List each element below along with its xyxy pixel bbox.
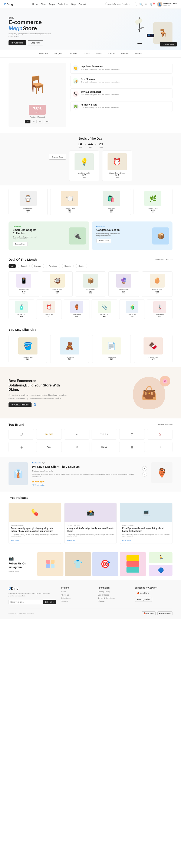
app-store-badge[interactable]: 🍎 App Store — [135, 591, 151, 595]
footer-email-input[interactable] — [8, 600, 43, 604]
cat-watch[interactable]: Watch — [96, 53, 102, 55]
brand-item-7[interactable]: ◈ — [8, 442, 34, 452]
brand-item-1[interactable]: ⬡ — [8, 429, 34, 439]
nav-pages[interactable]: Pages — [49, 3, 55, 5]
user-profile[interactable]: 👤 Mickle cart Back Moderator — [157, 2, 177, 7]
brand-item-april[interactable]: April — [36, 442, 62, 452]
insta-side-1[interactable]: 🏃 — [149, 552, 173, 563]
featured-section: 🪑 75% OFF Featured Product All 40 80 100… — [0, 58, 181, 132]
shipping-icon: 🚚 — [73, 78, 79, 84]
filter-furnitures[interactable]: Furnitures — [46, 264, 60, 268]
search-icon[interactable]: 🔍 — [139, 3, 143, 6]
discount-badge: 75% OFF — [29, 105, 46, 115]
press-readmore-2[interactable]: Read More — [67, 539, 115, 541]
browse-store-bottom-button[interactable]: Browse Store — [160, 42, 177, 46]
footer-copyright: © 2024 Ding. All Rights Reserved. — [8, 612, 34, 614]
testimonial-next-button[interactable]: › — [142, 472, 147, 477]
nav-links: Home Shop Pages Collections Blog Contact — [32, 3, 86, 5]
google-play-badge[interactable]: ▶ Google Play — [135, 597, 152, 602]
tab-40[interactable]: 40 — [32, 120, 37, 123]
nav-contact[interactable]: Contact — [79, 3, 86, 5]
banner-gadgets-button[interactable]: Browse Store — [97, 239, 111, 243]
guarantee-item-support: 📞 24/7 Support Expert Cras mattressing o… — [70, 89, 173, 99]
nav-home[interactable]: Home — [32, 3, 38, 5]
footer-app-store[interactable]: 🍎 App Store — [142, 611, 156, 615]
brand-item-9[interactable]: ❋ — [64, 442, 89, 452]
cat-toprated[interactable]: Top Rated — [69, 53, 78, 55]
brand-item-bull[interactable]: BULL — [92, 442, 117, 452]
deal-month-card-1: 📱 Product Title $49 $65 — [8, 271, 39, 297]
filter-quality[interactable]: Quality — [76, 264, 87, 268]
deals-browse-button[interactable]: Browse Store — [49, 155, 66, 159]
cat-laptop[interactable]: Laptop — [108, 53, 115, 55]
insta-image-3[interactable]: 🎯 — [92, 552, 118, 576]
brand-item-6[interactable]: ✿ — [147, 429, 173, 439]
brand-section: Top Brand Browse All Brand ⬡ GOLDITO ✦ T… — [0, 418, 181, 457]
cart-icon[interactable]: 🛒2 — [149, 3, 155, 6]
footer-link-home[interactable]: Home — [61, 591, 93, 593]
press-card-2: 📸 February 08, 2024 Instagram interfaced… — [64, 503, 117, 544]
tab-80[interactable]: 80 — [38, 120, 43, 123]
filter-blender[interactable]: Blender — [62, 264, 74, 268]
testimonial-prev-button[interactable]: ‹ — [142, 466, 147, 471]
insta-side-2[interactable]: 🔵 — [149, 565, 173, 576]
footer-link-collections[interactable]: Collections — [61, 597, 93, 599]
brand-item-5[interactable]: ⚙ — [119, 429, 145, 439]
cat-chair[interactable]: Chair — [84, 53, 89, 55]
insta-image-1[interactable] — [37, 552, 64, 576]
press-image-1: 💊 — [9, 503, 61, 522]
wishlist-icon[interactable]: ♡ — [145, 3, 147, 6]
all-testimonials-link[interactable]: All Testimonials — [32, 484, 138, 486]
best-ecommerce-browse-button[interactable]: Browse All Products — [8, 402, 32, 407]
deal-month-browse-link[interactable]: Browse All Products — [155, 258, 173, 261]
press-readmore-1[interactable]: Read More — [11, 539, 59, 541]
insta-image-2[interactable]: 👕 — [65, 552, 91, 576]
search-input[interactable] — [105, 2, 137, 6]
footer-link-sitemap[interactable]: Sitemap — [98, 600, 130, 602]
deal-month-card-3: 📦 Product Title $19 $25 — [75, 271, 106, 297]
nav-shop[interactable]: Shop — [41, 3, 46, 5]
footer-google-play[interactable]: ▶ Google Play — [157, 611, 173, 615]
nav-blog[interactable]: Blog — [71, 3, 76, 5]
banners-section: Collection Smart Life Gadgets Collection… — [0, 218, 181, 253]
browse-store-hero-button[interactable]: Browse Store — [8, 40, 26, 45]
press-readmore-3[interactable]: Read More — [122, 539, 170, 541]
insta-image-4[interactable] — [120, 552, 146, 576]
footer-link-space[interactable]: Use a Space — [98, 594, 130, 596]
cat-gadgets[interactable]: Gadgets — [54, 53, 62, 55]
footer-feature-col: Feature Home About Us Collections Contac… — [61, 587, 93, 604]
cat-furniture[interactable]: Furniture — [39, 53, 48, 55]
brand-item-3[interactable]: ✦ — [64, 429, 89, 439]
product-watch-image: ⌚ — [20, 191, 37, 206]
brand-item-tiara[interactable]: TIARA — [92, 429, 117, 439]
footer-link-about[interactable]: About Us — [61, 594, 93, 596]
browse-all-brand-link[interactable]: Browse All Brand — [158, 424, 173, 426]
shop-now-hero-button[interactable]: Shop Now — [28, 40, 43, 45]
footer-link-privacy[interactable]: Privacy Policy — [98, 591, 130, 593]
tab-all[interactable]: All — [25, 120, 31, 123]
banner-smart-life-button[interactable]: Browse Store — [13, 242, 28, 246]
tab-100[interactable]: 100 — [44, 120, 50, 123]
product-card-bag: 🛍️ Eco Bag $19 $25 — [92, 189, 131, 215]
countdown-timer: 14 Hours : 44 Mins : 21 Secs — [8, 142, 173, 148]
deal-month-card-11: 🌡️ Product Title $21 — [147, 299, 173, 319]
footer-subscribe-button[interactable]: Subscribe — [43, 600, 56, 604]
filter-cashner[interactable]: Cashner — [32, 264, 44, 268]
footer-link-terms[interactable]: Terms & Conditions — [98, 597, 130, 599]
footer-link-contact[interactable]: Contact — [61, 600, 93, 602]
brand-item-goldito[interactable]: GOLDITO — [36, 429, 62, 439]
clock-display: 12:45 — [147, 34, 154, 37]
cat-blender[interactable]: Blender — [121, 53, 129, 55]
filter-all[interactable]: All — [8, 264, 16, 268]
support-icon: 📞 — [73, 91, 79, 97]
filter-gadget[interactable]: Gadget — [18, 264, 30, 268]
brand-item-11[interactable]: ⬟ — [119, 442, 145, 452]
brand-item-12[interactable]: ☽ — [147, 442, 173, 452]
cat-fitness[interactable]: Fitness — [135, 53, 142, 55]
avatar: 👤 — [157, 2, 162, 7]
nav-collections[interactable]: Collections — [58, 3, 68, 5]
apple-footer-icon: 🍎 — [144, 612, 146, 614]
product-tray-image: 🍽️ — [61, 191, 78, 206]
deal-card-1: 💡 Ambient Light $22 $28 — [69, 151, 99, 181]
testimonial-section: 👔 Testimonial 💬 We Love Our Client They … — [0, 457, 181, 492]
